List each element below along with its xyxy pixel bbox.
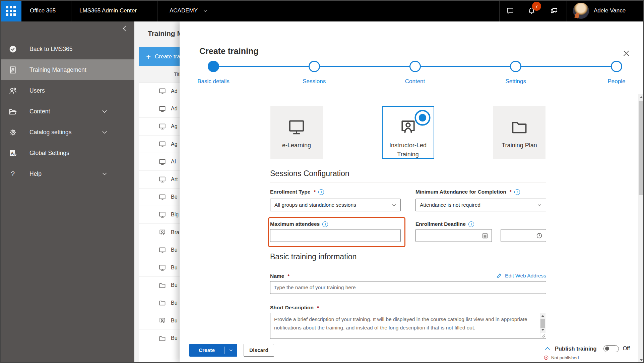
training-type-card[interactable]: Instructor-Led Training [382,106,434,159]
maximum-attendees-field[interactable] [270,229,401,242]
min-attendance-value: Attendance is not required [420,202,480,208]
sidebar-item[interactable]: Users [0,80,134,101]
sessions-configuration-heading: Sessions Configuration [270,169,546,183]
avatar[interactable] [573,3,589,19]
sidebar-collapse-button[interactable] [119,23,130,34]
publish-toggle[interactable] [603,345,619,352]
topbar-divider [521,0,521,21]
wizard-step[interactable]: Settings [510,61,521,101]
scrollbar-thumb[interactable] [540,319,545,328]
row-title: Bu [171,265,178,271]
row-title: Ag [171,141,178,147]
info-icon[interactable]: i [514,189,520,195]
row-title: Bu [171,300,178,306]
info-icon[interactable]: i [322,221,328,227]
step-label: Sessions [303,78,326,85]
folder-icon [158,299,166,307]
short-description-textarea[interactable] [270,313,540,339]
row-title: Big [171,212,179,218]
people-icon [8,86,17,95]
name-input[interactable] [274,281,542,294]
wizard-step[interactable]: People [611,61,622,101]
sidebar-item[interactable]: A Global Settings [0,143,134,163]
wizard-step[interactable]: Basic details [208,61,219,101]
info-icon[interactable]: i [318,189,324,195]
chevron-down-icon [101,128,108,136]
publish-training-row: Publish training Off [543,345,630,353]
training-type-label: Instructor-Led Training [387,141,430,159]
chevron-down-icon [101,108,108,115]
short-description-field[interactable] [270,313,546,339]
dialog-scrollbar[interactable] [638,94,644,363]
short-description-label: Short Description* [270,305,401,311]
monitor-icon [287,117,306,136]
user-name[interactable]: Adele Vance [594,0,626,21]
back-circle-icon [8,45,17,54]
row-title: Bu [171,335,178,341]
calendar-icon[interactable] [481,232,489,239]
error-circle-icon [543,355,549,360]
wizard-step[interactable]: Content [409,61,421,101]
scroll-up-icon[interactable] [638,95,644,99]
training-type-card[interactable]: e-Learning [270,106,323,159]
wizard-step[interactable]: Sessions [309,61,320,101]
sidebar-item[interactable]: ? Help [0,163,134,184]
scrollbar-thumb[interactable] [639,101,644,195]
deadline-time-field[interactable] [501,229,546,242]
publish-training-label: Publish training [555,346,597,352]
name-field[interactable] [270,281,546,294]
row-title: Ad [171,88,178,94]
edit-web-address-label: Edit Web Address [505,273,546,279]
office-365-link[interactable]: Office 365 [30,0,56,21]
chat-button[interactable] [503,4,517,17]
maximum-attendees-input[interactable] [274,229,397,242]
edit-web-address-link[interactable]: Edit Web Address [496,272,546,279]
chevron-down-icon [101,170,108,177]
pencil-icon [496,272,502,279]
sidebar-item-label: Users [29,87,45,94]
scroll-up-icon[interactable] [540,313,545,318]
scroll-down-icon[interactable] [638,358,644,362]
radio-selected-icon[interactable] [413,108,432,127]
monitor-icon [158,264,166,271]
create-split-button[interactable]: Create [189,344,237,357]
create-button-label[interactable]: Create [189,347,224,353]
sidebar-item-label: Help [29,170,42,177]
deadline-date-input[interactable] [419,229,488,242]
deadline-date-field[interactable] [415,229,492,242]
chevron-up-icon[interactable] [543,345,552,353]
training-type-cards: e-Learning Instructor-Led Training Train… [270,106,545,159]
app-launcher-button[interactable] [0,0,21,21]
toggle-knob [605,347,609,351]
sidebar-item-label: Catalog settings [29,129,72,136]
person-frame-icon [158,228,166,236]
lms365-admin-center-link[interactable]: LMS365 Admin Center [79,0,137,21]
training-type-card[interactable]: Training Plan [493,106,545,159]
min-attendance-select[interactable]: Attendance is not required [415,199,546,211]
sidebar-item[interactable]: Back to LMS365 [0,39,134,59]
create-training-dialog: Create training Basic details Sessions C… [180,21,644,363]
feedback-button[interactable] [547,4,561,17]
resize-handle[interactable] [540,333,545,338]
chevron-down-icon [202,8,208,14]
tenant-dropdown[interactable]: ACADEMY [170,0,208,21]
enrollment-type-select[interactable]: All groups and standalone sessions [270,199,401,211]
create-training-button-label: Create tra [155,53,180,60]
sidebar-item[interactable]: Catalog settings [0,122,134,143]
top-bar: Office 365 LMS365 Admin Center ACADEMY 7… [0,0,644,21]
scroll-down-icon[interactable] [540,327,545,332]
info-icon[interactable]: i [468,221,474,227]
row-title: Art [171,176,178,183]
sidebar-item[interactable]: Content [0,101,134,122]
clock-icon[interactable] [536,232,543,239]
sidebar-item[interactable]: Training Management [0,59,134,80]
create-menu-button[interactable] [224,348,237,353]
monitor-icon [158,246,166,254]
close-icon[interactable] [622,49,631,58]
topbar-divider [499,0,500,21]
step-circle [208,61,219,72]
topbar-divider [543,0,543,21]
monitor-icon [158,105,166,113]
document-icon [8,65,17,74]
discard-button[interactable]: Discard [244,344,274,357]
